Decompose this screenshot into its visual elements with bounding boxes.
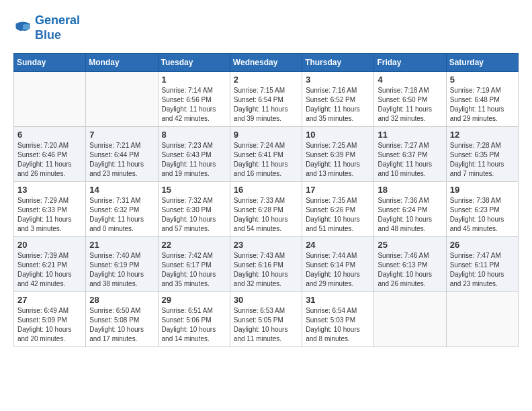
day-info: Sunrise: 7:29 AM Sunset: 6:33 PM Dayligh…: [17, 196, 82, 234]
day-info: Sunrise: 7:44 AM Sunset: 6:14 PM Dayligh…: [306, 251, 370, 289]
calendar-cell: 18Sunrise: 7:36 AM Sunset: 6:24 PM Dayli…: [374, 182, 446, 237]
day-info: Sunrise: 7:18 AM Sunset: 6:50 PM Dayligh…: [378, 86, 442, 124]
calendar-cell: 21Sunrise: 7:40 AM Sunset: 6:19 PM Dayli…: [86, 237, 158, 292]
calendar-cell: [446, 292, 518, 347]
day-number: 6: [17, 130, 82, 140]
day-info: Sunrise: 7:21 AM Sunset: 6:44 PM Dayligh…: [89, 141, 154, 179]
calendar-cell: 11Sunrise: 7:27 AM Sunset: 6:37 PM Dayli…: [374, 127, 446, 182]
day-info: Sunrise: 7:40 AM Sunset: 6:19 PM Dayligh…: [89, 251, 154, 289]
day-info: Sunrise: 7:20 AM Sunset: 6:46 PM Dayligh…: [17, 141, 82, 179]
day-number: 7: [89, 130, 154, 140]
day-number: 5: [450, 75, 515, 85]
calendar-cell: [86, 72, 158, 127]
day-info: Sunrise: 7:33 AM Sunset: 6:28 PM Dayligh…: [234, 196, 298, 234]
calendar-cell: 5Sunrise: 7:19 AM Sunset: 6:48 PM Daylig…: [446, 72, 518, 127]
calendar-cell: 8Sunrise: 7:23 AM Sunset: 6:43 PM Daylig…: [158, 127, 230, 182]
page-header: General Blue: [13, 13, 519, 42]
calendar-cell: 3Sunrise: 7:16 AM Sunset: 6:52 PM Daylig…: [302, 72, 374, 127]
day-info: Sunrise: 7:43 AM Sunset: 6:16 PM Dayligh…: [234, 251, 298, 289]
day-number: 29: [162, 295, 226, 305]
calendar-cell: [14, 72, 86, 127]
day-info: Sunrise: 6:53 AM Sunset: 5:05 PM Dayligh…: [234, 306, 298, 344]
day-number: 4: [378, 75, 442, 85]
calendar-cell: 27Sunrise: 6:49 AM Sunset: 5:09 PM Dayli…: [14, 292, 86, 347]
day-number: 11: [378, 130, 442, 140]
calendar-cell: 10Sunrise: 7:25 AM Sunset: 6:39 PM Dayli…: [302, 127, 374, 182]
logo-icon: [13, 19, 32, 38]
day-number: 12: [450, 130, 515, 140]
calendar-cell: 2Sunrise: 7:15 AM Sunset: 6:54 PM Daylig…: [230, 72, 302, 127]
day-info: Sunrise: 6:49 AM Sunset: 5:09 PM Dayligh…: [17, 306, 82, 344]
day-number: 3: [306, 75, 370, 85]
logo-text: General Blue: [35, 13, 80, 42]
day-info: Sunrise: 7:47 AM Sunset: 6:11 PM Dayligh…: [450, 251, 515, 289]
weekday-header: Sunday: [14, 54, 86, 72]
day-number: 16: [234, 185, 298, 195]
calendar-cell: 22Sunrise: 7:42 AM Sunset: 6:17 PM Dayli…: [158, 237, 230, 292]
day-number: 22: [162, 240, 226, 250]
logo: General Blue: [13, 13, 80, 42]
calendar-cell: 29Sunrise: 6:51 AM Sunset: 5:06 PM Dayli…: [158, 292, 230, 347]
calendar-cell: 19Sunrise: 7:38 AM Sunset: 6:23 PM Dayli…: [446, 182, 518, 237]
weekday-header: Wednesday: [230, 54, 302, 72]
day-info: Sunrise: 6:54 AM Sunset: 5:03 PM Dayligh…: [306, 306, 370, 344]
day-info: Sunrise: 7:19 AM Sunset: 6:48 PM Dayligh…: [450, 86, 515, 124]
day-info: Sunrise: 7:31 AM Sunset: 6:32 PM Dayligh…: [89, 196, 154, 234]
day-number: 13: [17, 185, 82, 195]
day-number: 15: [162, 185, 226, 195]
weekday-header: Tuesday: [158, 54, 230, 72]
calendar-cell: [374, 292, 446, 347]
day-number: 9: [234, 130, 298, 140]
calendar-table: SundayMondayTuesdayWednesdayThursdayFrid…: [13, 53, 519, 347]
calendar-week-row: 1Sunrise: 7:14 AM Sunset: 6:56 PM Daylig…: [14, 72, 519, 127]
day-info: Sunrise: 7:24 AM Sunset: 6:41 PM Dayligh…: [234, 141, 298, 179]
weekday-header: Thursday: [302, 54, 374, 72]
day-number: 14: [89, 185, 154, 195]
day-number: 23: [234, 240, 298, 250]
calendar-cell: 28Sunrise: 6:50 AM Sunset: 5:08 PM Dayli…: [86, 292, 158, 347]
day-info: Sunrise: 7:14 AM Sunset: 6:56 PM Dayligh…: [162, 86, 226, 124]
day-info: Sunrise: 7:42 AM Sunset: 6:17 PM Dayligh…: [162, 251, 226, 289]
day-number: 31: [306, 295, 370, 305]
day-number: 24: [306, 240, 370, 250]
day-number: 1: [162, 75, 226, 85]
day-number: 25: [378, 240, 442, 250]
day-number: 18: [378, 185, 442, 195]
day-number: 2: [234, 75, 298, 85]
calendar-cell: 14Sunrise: 7:31 AM Sunset: 6:32 PM Dayli…: [86, 182, 158, 237]
calendar-cell: 25Sunrise: 7:46 AM Sunset: 6:13 PM Dayli…: [374, 237, 446, 292]
day-info: Sunrise: 6:51 AM Sunset: 5:06 PM Dayligh…: [162, 306, 226, 344]
calendar-header-row: SundayMondayTuesdayWednesdayThursdayFrid…: [14, 54, 519, 72]
calendar-cell: 7Sunrise: 7:21 AM Sunset: 6:44 PM Daylig…: [86, 127, 158, 182]
day-info: Sunrise: 7:32 AM Sunset: 6:30 PM Dayligh…: [162, 196, 226, 234]
day-number: 10: [306, 130, 370, 140]
day-number: 17: [306, 185, 370, 195]
calendar-cell: 4Sunrise: 7:18 AM Sunset: 6:50 PM Daylig…: [374, 72, 446, 127]
calendar-cell: 26Sunrise: 7:47 AM Sunset: 6:11 PM Dayli…: [446, 237, 518, 292]
weekday-header: Monday: [86, 54, 158, 72]
day-number: 8: [162, 130, 226, 140]
calendar-cell: 24Sunrise: 7:44 AM Sunset: 6:14 PM Dayli…: [302, 237, 374, 292]
day-number: 21: [89, 240, 154, 250]
day-info: Sunrise: 7:35 AM Sunset: 6:26 PM Dayligh…: [306, 196, 370, 234]
day-info: Sunrise: 7:39 AM Sunset: 6:21 PM Dayligh…: [17, 251, 82, 289]
calendar-week-row: 20Sunrise: 7:39 AM Sunset: 6:21 PM Dayli…: [14, 237, 519, 292]
calendar-cell: 20Sunrise: 7:39 AM Sunset: 6:21 PM Dayli…: [14, 237, 86, 292]
day-info: Sunrise: 7:46 AM Sunset: 6:13 PM Dayligh…: [378, 251, 442, 289]
calendar-cell: 23Sunrise: 7:43 AM Sunset: 6:16 PM Dayli…: [230, 237, 302, 292]
day-info: Sunrise: 7:23 AM Sunset: 6:43 PM Dayligh…: [162, 141, 226, 179]
calendar-cell: 30Sunrise: 6:53 AM Sunset: 5:05 PM Dayli…: [230, 292, 302, 347]
calendar-cell: 16Sunrise: 7:33 AM Sunset: 6:28 PM Dayli…: [230, 182, 302, 237]
calendar-cell: 6Sunrise: 7:20 AM Sunset: 6:46 PM Daylig…: [14, 127, 86, 182]
calendar-cell: 17Sunrise: 7:35 AM Sunset: 6:26 PM Dayli…: [302, 182, 374, 237]
calendar-week-row: 6Sunrise: 7:20 AM Sunset: 6:46 PM Daylig…: [14, 127, 519, 182]
day-number: 27: [17, 295, 82, 305]
calendar-cell: 12Sunrise: 7:28 AM Sunset: 6:35 PM Dayli…: [446, 127, 518, 182]
day-number: 30: [234, 295, 298, 305]
day-info: Sunrise: 7:15 AM Sunset: 6:54 PM Dayligh…: [234, 86, 298, 124]
weekday-header: Friday: [374, 54, 446, 72]
day-number: 28: [89, 295, 154, 305]
day-info: Sunrise: 7:36 AM Sunset: 6:24 PM Dayligh…: [378, 196, 442, 234]
day-info: Sunrise: 7:38 AM Sunset: 6:23 PM Dayligh…: [450, 196, 515, 234]
day-info: Sunrise: 6:50 AM Sunset: 5:08 PM Dayligh…: [89, 306, 154, 344]
